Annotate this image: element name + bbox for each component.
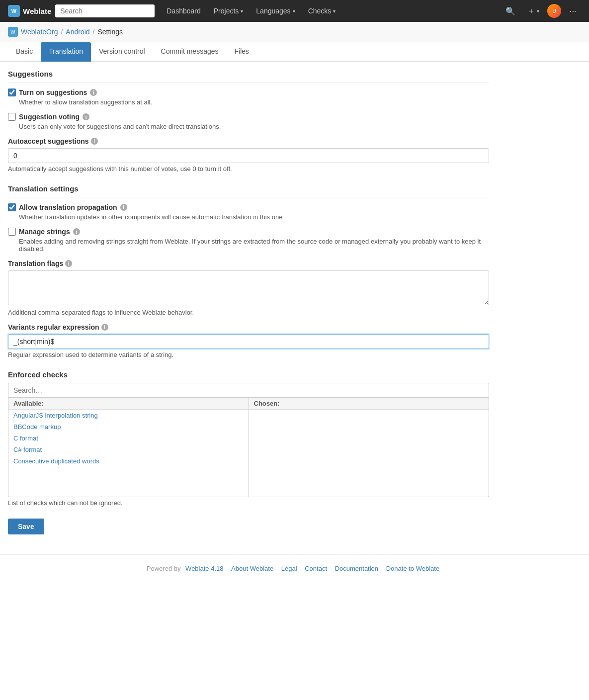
footer-legal-link[interactable]: Legal (281, 565, 297, 572)
list-item[interactable]: C# format (8, 444, 249, 455)
nav-item-languages[interactable]: Languages ▾ (250, 3, 301, 19)
list-item[interactable]: C format (8, 433, 249, 444)
autoaccept-group: Autoaccept suggestions i Automatically a… (8, 137, 489, 173)
projects-caret-icon: ▾ (241, 8, 243, 14)
propagation-checkbox[interactable] (8, 203, 16, 211)
translation-flags-label: Translation flags i (8, 260, 489, 267)
avatar[interactable]: U (547, 4, 561, 18)
checks-caret-icon: ▾ (333, 8, 336, 14)
available-panel: Available: AngularJS interpolation strin… (8, 398, 249, 497)
nav-item-checks[interactable]: Checks ▾ (302, 3, 342, 19)
manage-strings-checkbox[interactable] (8, 228, 16, 236)
suggestions-section: Suggestions Turn on suggestions i Whethe… (8, 70, 489, 173)
brand-icon: W (8, 5, 20, 17)
breadcrumb-org[interactable]: WeblateOrg (21, 28, 58, 36)
variants-label: Variants regular expression i (8, 323, 489, 331)
available-header: Available: (8, 398, 249, 410)
footer-donate-link[interactable]: Donate to Weblate (386, 565, 439, 572)
manage-strings-info-icon: i (73, 228, 80, 235)
suggestion-voting-help: Users can only vote for suggestions and … (19, 123, 489, 130)
tabs: Basic Translation Version control Commit… (0, 42, 589, 62)
autoaccept-info-icon: i (91, 138, 98, 145)
propagation-group: Allow translation propagation i Whether … (8, 203, 489, 221)
more-icon[interactable]: ⋯ (565, 3, 581, 19)
translation-flags-help: Additional comma-separated flags to infl… (8, 309, 489, 316)
breadcrumb-sep-2: / (93, 28, 95, 36)
autoaccept-help: Automatically accept suggestions with th… (8, 165, 489, 173)
breadcrumb-sep-1: / (61, 28, 63, 36)
enforced-checks-title: Enforced checks (8, 370, 489, 379)
search-input[interactable] (55, 4, 155, 17)
footer-contact-link[interactable]: Contact (305, 565, 327, 572)
tab-translation[interactable]: Translation (41, 42, 91, 62)
breadcrumb-icon: W (8, 27, 18, 37)
footer-about-link[interactable]: About Weblate (231, 565, 273, 572)
propagation-info-icon: i (120, 204, 127, 211)
propagation-help: Whether translation updates in other com… (19, 213, 489, 221)
manage-strings-label[interactable]: Manage strings i (8, 228, 489, 236)
breadcrumb-current: Settings (98, 28, 123, 36)
propagation-label[interactable]: Allow translation propagation i (8, 203, 489, 211)
flags-info-icon: i (65, 260, 72, 267)
languages-caret-icon: ▾ (293, 8, 295, 14)
footer: Powered by Weblate 4.18 About Weblate Le… (0, 554, 589, 582)
list-item[interactable]: AngularJS interpolation string (8, 410, 249, 421)
search-icon[interactable]: 🔍 (502, 3, 519, 19)
enforced-checks-section: Enforced checks Available: AngularJS int… (8, 370, 489, 507)
autoaccept-label: Autoaccept suggestions i (8, 137, 489, 145)
turn-on-suggestions-help: Whether to allow translation suggestions… (19, 98, 489, 106)
available-list: AngularJS interpolation string BBCode ma… (8, 410, 249, 497)
nav-item-projects[interactable]: Projects ▾ (208, 3, 250, 19)
variants-info-icon: i (101, 324, 108, 331)
manage-strings-group: Manage strings i Enables adding and remo… (8, 228, 489, 253)
enforced-checks-help: List of checks which can not be ignored. (8, 499, 489, 507)
turn-on-suggestions-label[interactable]: Turn on suggestions i (8, 88, 489, 96)
navbar: W Weblate Dashboard Projects ▾ Languages… (0, 0, 589, 22)
add-caret-icon: ▾ (537, 8, 539, 14)
chosen-panel: Chosen: (249, 398, 489, 497)
variants-input[interactable] (8, 334, 489, 349)
translation-flags-group: Translation flags i Additional comma-sep… (8, 260, 489, 316)
suggestion-voting-checkbox[interactable] (8, 113, 16, 121)
suggestion-voting-group: Suggestion voting i Users can only vote … (8, 113, 489, 130)
suggestion-voting-info-icon: i (83, 113, 89, 120)
suggestions-title: Suggestions (8, 70, 489, 83)
translation-settings-title: Translation settings (8, 184, 489, 197)
footer-powered-by: Powered by (147, 565, 181, 572)
turn-on-suggestions-info-icon: i (90, 89, 97, 96)
navbar-nav: Dashboard Projects ▾ Languages ▾ Checks … (161, 3, 341, 19)
brand-logo[interactable]: W Weblate (8, 5, 51, 17)
variants-help: Regular expression used to determine var… (8, 351, 489, 358)
chosen-header: Chosen: (249, 398, 489, 410)
chosen-list (249, 410, 489, 497)
nav-item-dashboard[interactable]: Dashboard (161, 3, 207, 19)
add-icon[interactable]: ＋▾ (523, 3, 543, 19)
list-item[interactable]: Consecutive duplicated words (8, 455, 249, 467)
save-button[interactable]: Save (8, 519, 44, 534)
footer-weblate-link[interactable]: Weblate 4.18 (185, 565, 223, 572)
footer-documentation-link[interactable]: Documentation (335, 565, 378, 572)
tab-files[interactable]: Files (227, 42, 257, 62)
enforced-checks-search[interactable] (8, 383, 489, 398)
navbar-right: 🔍 ＋▾ U ⋯ (502, 3, 581, 19)
brand-label: Weblate (23, 7, 51, 15)
variants-group: Variants regular expression i Regular ex… (8, 323, 489, 358)
translation-flags-input[interactable] (8, 270, 489, 305)
turn-on-suggestions-checkbox[interactable] (8, 88, 16, 96)
autoaccept-input[interactable] (8, 148, 489, 163)
tab-basic[interactable]: Basic (8, 42, 41, 62)
list-item[interactable]: BBCode markup (8, 421, 249, 433)
turn-on-suggestions-group: Turn on suggestions i Whether to allow t… (8, 88, 489, 106)
dual-listbox: Available: AngularJS interpolation strin… (8, 398, 489, 497)
tab-commit-messages[interactable]: Commit messages (153, 42, 227, 62)
tab-version-control[interactable]: Version control (91, 42, 153, 62)
breadcrumb-project[interactable]: Android (66, 28, 89, 36)
translation-settings-section: Translation settings Allow translation p… (8, 184, 489, 358)
suggestion-voting-label[interactable]: Suggestion voting i (8, 113, 489, 121)
manage-strings-help: Enables adding and removing strings stra… (19, 238, 489, 253)
main-content: Suggestions Turn on suggestions i Whethe… (0, 62, 497, 554)
breadcrumb: W WeblateOrg / Android / Settings (0, 22, 589, 42)
